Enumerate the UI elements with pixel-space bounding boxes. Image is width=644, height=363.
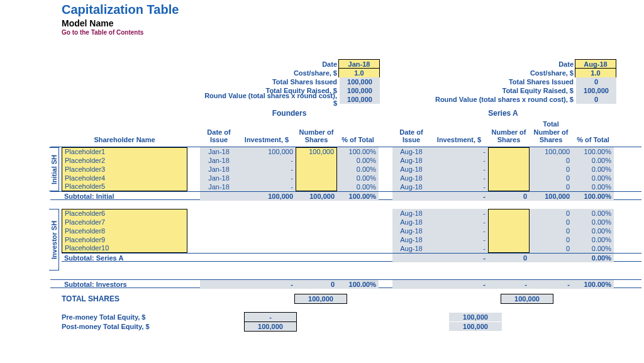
f-pct: 0.00% (337, 182, 379, 191)
f-date: Jan-18 (200, 174, 238, 182)
a-num[interactable] (488, 182, 530, 191)
sub-inv-f-num: 0 (296, 280, 337, 289)
sub-inv-a-num: - (488, 280, 530, 289)
post-money-a: 100,000 (449, 322, 502, 331)
label-date: Date (200, 60, 337, 68)
table-row: Placeholder8Aug-18-00.00% (62, 226, 641, 235)
label-cost-a: Cost/share, $ (394, 69, 574, 77)
f-date: Jan-18 (200, 182, 238, 191)
a-num[interactable] (488, 156, 530, 165)
a-num[interactable] (488, 174, 530, 182)
a-inv: - (430, 209, 488, 218)
a-tot: 0 (530, 226, 572, 235)
pre-money-label: Pre-money Total Equity, $ (62, 313, 199, 321)
founders-cost[interactable]: 1.0 (338, 68, 380, 78)
sub-i-f-inv: 100,000 (238, 192, 296, 201)
shareholder-name[interactable]: Placeholder3 (62, 165, 187, 174)
f-num[interactable]: 100,000 (296, 147, 337, 156)
page-title: Capitalization Table (62, 3, 641, 17)
a-num[interactable] (488, 209, 530, 218)
a-num[interactable] (488, 165, 530, 174)
pre-money-a: 100,000 (449, 313, 502, 321)
founders-round: 100,000 (338, 95, 380, 104)
a-date: Aug-18 (392, 182, 430, 191)
sub-sa-num: 0 (488, 254, 530, 262)
a-inv: - (430, 147, 488, 156)
f-inv (238, 218, 296, 226)
a-num[interactable] (488, 218, 530, 226)
sub-i-a-inv: - (430, 192, 488, 201)
f-num[interactable] (296, 182, 337, 191)
subtotal-initial-label: Subtotal: Initial (62, 192, 187, 201)
a-date: Aug-18 (392, 209, 430, 218)
shareholder-name[interactable]: Placeholder10 (62, 244, 187, 253)
a-num[interactable] (488, 235, 530, 244)
a-date: Aug-18 (392, 244, 430, 253)
sub-inv-f-pct: 100.00% (337, 280, 379, 289)
page-header: Capitalization Table Model Name Go to th… (62, 3, 641, 36)
a-tot: 0 (530, 174, 572, 182)
f-pct (337, 235, 379, 244)
shareholder-name[interactable]: Placeholder9 (62, 235, 187, 244)
post-money-f: 100,000 (244, 321, 297, 332)
seriesa-summary: DateAug-18 Cost/share, $1.0 Total Shares… (394, 60, 616, 104)
f-date: Jan-18 (200, 165, 238, 174)
shareholder-name[interactable]: Placeholder4 (62, 174, 187, 182)
hdr-f-date: Date of Issue (200, 127, 238, 147)
a-inv: - (430, 165, 488, 174)
f-num[interactable] (296, 156, 337, 165)
side-initial: Initial SH (49, 147, 59, 191)
subtotal-investors: Subtotal: Investors - 0 100.00% - - - 10… (50, 279, 641, 288)
sub-sa-inv: - (430, 254, 488, 262)
f-inv (238, 226, 296, 235)
shareholder-name[interactable]: Placeholder6 (62, 209, 187, 218)
f-date (200, 226, 238, 235)
f-num (296, 244, 337, 253)
table-row: Placeholder10Aug-18-00.00% (62, 244, 641, 253)
table-row: Placeholder7Aug-18-00.00% (62, 218, 641, 226)
a-inv: - (430, 182, 488, 191)
table-row: Placeholder1Jan-18100,000100,000100.00%A… (62, 147, 641, 156)
hdr-f-inv: Investment, $ (238, 135, 296, 147)
sub-i-a-num: 0 (488, 192, 530, 201)
shareholder-name[interactable]: Placeholder1 (62, 147, 187, 156)
shareholder-name[interactable]: Placeholder7 (62, 218, 187, 226)
a-num[interactable] (488, 147, 530, 156)
a-pct: 0.00% (572, 218, 614, 226)
total-shares-f: 100,000 (294, 294, 347, 304)
f-num[interactable] (296, 174, 337, 182)
sub-i-f-pct: 100.00% (337, 192, 379, 201)
shareholder-name[interactable]: Placeholder2 (62, 156, 187, 165)
initial-block: Initial SH Placeholder1Jan-18100,000100,… (50, 147, 641, 200)
a-num[interactable] (488, 226, 530, 235)
a-date: Aug-18 (392, 174, 430, 182)
a-date: Aug-18 (392, 235, 430, 244)
hdr-shareholder: Shareholder Name (62, 135, 187, 147)
table-row: Placeholder2Jan-18-0.00%Aug-18-00.00% (62, 156, 641, 165)
shareholder-name[interactable]: Placeholder5 (62, 182, 187, 191)
f-inv (238, 235, 296, 244)
hdr-a-date: Date of Issue (392, 127, 430, 147)
f-num[interactable] (296, 165, 337, 174)
table-row: Placeholder5Jan-18-0.00%Aug-18-00.00% (62, 182, 641, 191)
shareholder-name[interactable]: Placeholder8 (62, 226, 187, 235)
a-inv: - (430, 156, 488, 165)
f-inv: - (238, 174, 296, 182)
a-tot: 0 (530, 244, 572, 253)
seriesa-cost[interactable]: 1.0 (575, 68, 616, 78)
hdr-a-tot: Total Number of Shares (530, 119, 572, 147)
a-num[interactable] (488, 244, 530, 253)
a-date: Aug-18 (392, 165, 430, 174)
f-pct (337, 226, 379, 235)
a-tot: 0 (530, 156, 572, 165)
f-num (296, 226, 337, 235)
f-pct: 0.00% (337, 174, 379, 182)
hdr-a-num: Number of Shares (488, 127, 530, 147)
toc-link[interactable]: Go to the Table of Contents (62, 29, 641, 36)
f-date (200, 235, 238, 244)
a-date: Aug-18 (392, 226, 430, 235)
a-inv: - (430, 174, 488, 182)
a-date: Aug-18 (392, 147, 430, 156)
investor-block: Investor SH Placeholder6Aug-18-00.00%Pla… (50, 209, 641, 271)
a-pct: 0.00% (572, 235, 614, 244)
